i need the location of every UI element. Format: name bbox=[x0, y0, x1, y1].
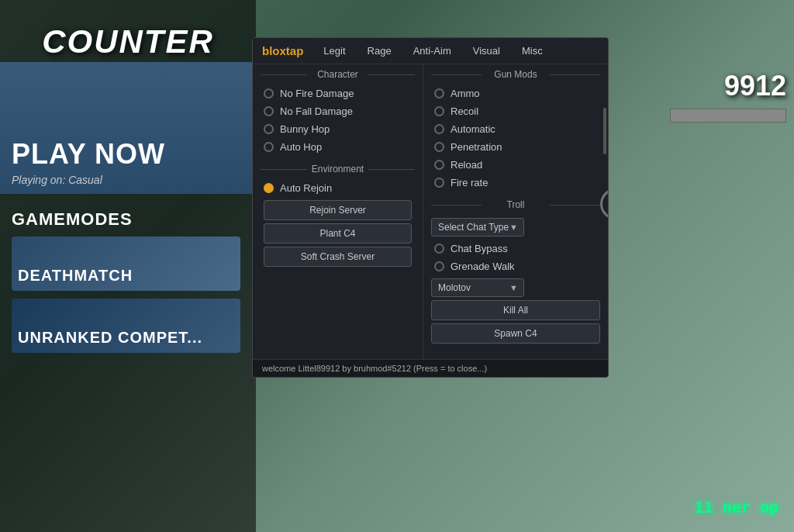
option-fire-rate[interactable]: Fire rate bbox=[423, 174, 608, 192]
option-recoil[interactable]: Recoil bbox=[423, 102, 608, 120]
radio-no-fire-damage bbox=[264, 88, 274, 98]
gamemodes-title: GAMEMODES bbox=[12, 209, 133, 230]
gamemode-deathmatch[interactable]: DEATHMATCH bbox=[12, 237, 240, 291]
left-section: Character No Fire Damage No Fall Damage … bbox=[253, 64, 423, 359]
panel-content: Character No Fire Damage No Fall Damage … bbox=[253, 64, 608, 359]
option-auto-hop[interactable]: Auto Hop bbox=[253, 138, 423, 156]
molotov-dropdown[interactable]: Molotov bbox=[431, 278, 524, 297]
radio-bunny-hop bbox=[264, 124, 274, 134]
play-now-text: PLAY NOW bbox=[12, 138, 165, 171]
option-no-fall-damage[interactable]: No Fall Damage bbox=[253, 102, 423, 120]
label-penetration: Penetration bbox=[451, 141, 502, 153]
panel-footer: welcome Littel89912 by bruhmod#5212 (Pre… bbox=[253, 359, 608, 377]
btn-spawn-c4[interactable]: Spawn C4 bbox=[431, 323, 600, 344]
panel-right-wrapper: Gun Mods Ammo Recoil Automatic bbox=[423, 64, 608, 344]
score-display: 9912 bbox=[724, 70, 786, 102]
radio-fire-rate bbox=[434, 178, 444, 188]
playing-on-text: Playing on: Casual bbox=[12, 174, 102, 186]
bottom-right-text: 11 ner op bbox=[695, 498, 778, 516]
option-grenade-walk[interactable]: Grenade Walk bbox=[423, 257, 608, 275]
tab-visual[interactable]: Visual bbox=[462, 39, 511, 63]
panel-header: bloxtap Legit Rage Anti-Aim Visual Misc bbox=[253, 38, 608, 64]
health-bar-inner bbox=[671, 109, 785, 122]
option-automatic[interactable]: Automatic bbox=[423, 120, 608, 138]
gamemode-unranked-label: UNRANKED COMPET... bbox=[18, 329, 202, 347]
environment-section-title: Environment bbox=[261, 159, 415, 179]
molotov-dropdown-row: Molotov ▼ bbox=[431, 278, 600, 297]
option-no-fire-damage[interactable]: No Fire Damage bbox=[253, 85, 423, 102]
panel-brand: bloxtap bbox=[253, 38, 312, 64]
btn-rejoin-server[interactable]: Rejoin Server bbox=[264, 200, 412, 220]
radio-recoil bbox=[434, 106, 444, 116]
character-section-title: Character bbox=[261, 64, 415, 85]
option-penetration[interactable]: Penetration bbox=[423, 138, 608, 156]
btn-plant-c4[interactable]: Plant C4 bbox=[264, 223, 412, 244]
label-automatic: Automatic bbox=[451, 123, 495, 135]
label-auto-hop: Auto Hop bbox=[280, 141, 322, 153]
tab-legit[interactable]: Legit bbox=[312, 39, 356, 63]
health-bar bbox=[670, 109, 786, 123]
tab-anti-aim[interactable]: Anti-Aim bbox=[402, 39, 462, 63]
right-section: Gun Mods Ammo Recoil Automatic bbox=[423, 64, 608, 359]
radio-penetration bbox=[434, 142, 444, 152]
tab-misc[interactable]: Misc bbox=[511, 39, 554, 63]
btn-soft-crash-server[interactable]: Soft Crash Server bbox=[264, 247, 412, 267]
radio-automatic bbox=[434, 124, 444, 134]
label-reload: Reload bbox=[451, 159, 482, 171]
label-no-fall-damage: No Fall Damage bbox=[280, 105, 353, 117]
troll-section-title: Troll bbox=[431, 195, 600, 215]
option-bunny-hop[interactable]: Bunny Hop bbox=[253, 120, 423, 138]
gun-mods-scrollbar[interactable] bbox=[603, 108, 606, 154]
label-no-fire-damage: No Fire Damage bbox=[280, 88, 354, 99]
radio-auto-rejoin bbox=[264, 183, 274, 193]
label-chat-bypass: Chat Bypass bbox=[451, 243, 508, 254]
radio-chat-bypass bbox=[434, 244, 444, 254]
play-now-area: PLAY NOW Playing on: Casual bbox=[0, 62, 256, 194]
radio-no-fall-damage bbox=[264, 106, 274, 116]
gun-mods-section-title: Gun Mods bbox=[431, 64, 600, 85]
environment-section: Environment Auto Rejoin Rejoin Server Pl… bbox=[253, 159, 423, 267]
gamemode-deathmatch-label: DEATHMATCH bbox=[18, 267, 133, 285]
chat-type-dropdown[interactable]: Select Chat Type bbox=[431, 218, 524, 237]
tab-rage[interactable]: Rage bbox=[357, 39, 402, 63]
radio-grenade-walk bbox=[434, 261, 444, 271]
radio-auto-hop bbox=[264, 142, 274, 152]
troll-section: Troll Select Chat Type ▼ Chat Bypass bbox=[423, 195, 608, 344]
label-fire-rate: Fire rate bbox=[451, 177, 488, 188]
radio-ammo bbox=[434, 88, 444, 98]
label-grenade-walk: Grenade Walk bbox=[451, 261, 515, 272]
label-auto-rejoin: Auto Rejoin bbox=[280, 182, 332, 194]
option-reload[interactable]: Reload bbox=[423, 156, 608, 174]
radio-reload bbox=[434, 160, 444, 170]
chat-type-dropdown-row: Select Chat Type ▼ bbox=[431, 218, 600, 237]
label-bunny-hop: Bunny Hop bbox=[280, 123, 330, 135]
cheat-panel: bloxtap Legit Rage Anti-Aim Visual Misc … bbox=[252, 37, 609, 378]
label-ammo: Ammo bbox=[451, 88, 480, 99]
label-recoil: Recoil bbox=[451, 105, 478, 117]
gamemode-unranked[interactable]: UNRANKED COMPET... bbox=[12, 299, 240, 353]
option-chat-bypass[interactable]: Chat Bypass bbox=[423, 240, 608, 257]
option-auto-rejoin[interactable]: Auto Rejoin bbox=[253, 179, 423, 197]
btn-kill-all[interactable]: Kill All bbox=[431, 300, 600, 320]
option-ammo[interactable]: Ammo bbox=[423, 85, 608, 102]
